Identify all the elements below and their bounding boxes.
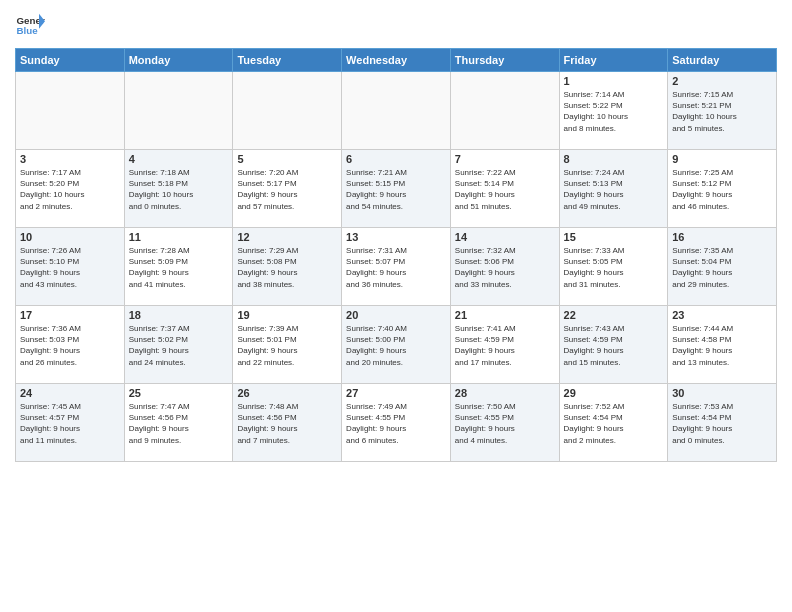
- day-info: Sunrise: 7:31 AM Sunset: 5:07 PM Dayligh…: [346, 245, 446, 290]
- day-number: 18: [129, 309, 229, 321]
- day-info: Sunrise: 7:32 AM Sunset: 5:06 PM Dayligh…: [455, 245, 555, 290]
- calendar-day: 14Sunrise: 7:32 AM Sunset: 5:06 PM Dayli…: [450, 228, 559, 306]
- weekday-header-tuesday: Tuesday: [233, 49, 342, 72]
- day-info: Sunrise: 7:26 AM Sunset: 5:10 PM Dayligh…: [20, 245, 120, 290]
- day-info: Sunrise: 7:47 AM Sunset: 4:56 PM Dayligh…: [129, 401, 229, 446]
- calendar-day: 1Sunrise: 7:14 AM Sunset: 5:22 PM Daylig…: [559, 72, 668, 150]
- day-number: 11: [129, 231, 229, 243]
- calendar-day: 19Sunrise: 7:39 AM Sunset: 5:01 PM Dayli…: [233, 306, 342, 384]
- day-info: Sunrise: 7:24 AM Sunset: 5:13 PM Dayligh…: [564, 167, 664, 212]
- calendar-day: 25Sunrise: 7:47 AM Sunset: 4:56 PM Dayli…: [124, 384, 233, 462]
- day-number: 9: [672, 153, 772, 165]
- calendar-day: 30Sunrise: 7:53 AM Sunset: 4:54 PM Dayli…: [668, 384, 777, 462]
- day-number: 2: [672, 75, 772, 87]
- calendar-day: 12Sunrise: 7:29 AM Sunset: 5:08 PM Dayli…: [233, 228, 342, 306]
- day-info: Sunrise: 7:21 AM Sunset: 5:15 PM Dayligh…: [346, 167, 446, 212]
- calendar-week-5: 24Sunrise: 7:45 AM Sunset: 4:57 PM Dayli…: [16, 384, 777, 462]
- weekday-header-thursday: Thursday: [450, 49, 559, 72]
- day-number: 6: [346, 153, 446, 165]
- calendar-day: 22Sunrise: 7:43 AM Sunset: 4:59 PM Dayli…: [559, 306, 668, 384]
- calendar-day: 29Sunrise: 7:52 AM Sunset: 4:54 PM Dayli…: [559, 384, 668, 462]
- day-number: 21: [455, 309, 555, 321]
- day-info: Sunrise: 7:53 AM Sunset: 4:54 PM Dayligh…: [672, 401, 772, 446]
- calendar-day: [233, 72, 342, 150]
- day-info: Sunrise: 7:48 AM Sunset: 4:56 PM Dayligh…: [237, 401, 337, 446]
- calendar-day: 23Sunrise: 7:44 AM Sunset: 4:58 PM Dayli…: [668, 306, 777, 384]
- day-number: 26: [237, 387, 337, 399]
- calendar-table: SundayMondayTuesdayWednesdayThursdayFrid…: [15, 48, 777, 462]
- day-number: 4: [129, 153, 229, 165]
- calendar-day: 16Sunrise: 7:35 AM Sunset: 5:04 PM Dayli…: [668, 228, 777, 306]
- calendar-day: 20Sunrise: 7:40 AM Sunset: 5:00 PM Dayli…: [342, 306, 451, 384]
- calendar-day: [342, 72, 451, 150]
- weekday-header-friday: Friday: [559, 49, 668, 72]
- day-info: Sunrise: 7:29 AM Sunset: 5:08 PM Dayligh…: [237, 245, 337, 290]
- day-info: Sunrise: 7:35 AM Sunset: 5:04 PM Dayligh…: [672, 245, 772, 290]
- day-number: 22: [564, 309, 664, 321]
- day-number: 16: [672, 231, 772, 243]
- day-info: Sunrise: 7:37 AM Sunset: 5:02 PM Dayligh…: [129, 323, 229, 368]
- day-info: Sunrise: 7:14 AM Sunset: 5:22 PM Dayligh…: [564, 89, 664, 134]
- weekday-header-saturday: Saturday: [668, 49, 777, 72]
- weekday-header-sunday: Sunday: [16, 49, 125, 72]
- calendar-day: 15Sunrise: 7:33 AM Sunset: 5:05 PM Dayli…: [559, 228, 668, 306]
- calendar-week-2: 3Sunrise: 7:17 AM Sunset: 5:20 PM Daylig…: [16, 150, 777, 228]
- calendar-day: 17Sunrise: 7:36 AM Sunset: 5:03 PM Dayli…: [16, 306, 125, 384]
- day-info: Sunrise: 7:43 AM Sunset: 4:59 PM Dayligh…: [564, 323, 664, 368]
- calendar-day: 4Sunrise: 7:18 AM Sunset: 5:18 PM Daylig…: [124, 150, 233, 228]
- calendar-day: 21Sunrise: 7:41 AM Sunset: 4:59 PM Dayli…: [450, 306, 559, 384]
- calendar-day: 11Sunrise: 7:28 AM Sunset: 5:09 PM Dayli…: [124, 228, 233, 306]
- day-number: 30: [672, 387, 772, 399]
- weekday-header-row: SundayMondayTuesdayWednesdayThursdayFrid…: [16, 49, 777, 72]
- day-info: Sunrise: 7:17 AM Sunset: 5:20 PM Dayligh…: [20, 167, 120, 212]
- calendar-day: 8Sunrise: 7:24 AM Sunset: 5:13 PM Daylig…: [559, 150, 668, 228]
- calendar-day: 24Sunrise: 7:45 AM Sunset: 4:57 PM Dayli…: [16, 384, 125, 462]
- day-number: 3: [20, 153, 120, 165]
- day-number: 28: [455, 387, 555, 399]
- day-number: 14: [455, 231, 555, 243]
- calendar-week-1: 1Sunrise: 7:14 AM Sunset: 5:22 PM Daylig…: [16, 72, 777, 150]
- day-number: 5: [237, 153, 337, 165]
- calendar-day: 10Sunrise: 7:26 AM Sunset: 5:10 PM Dayli…: [16, 228, 125, 306]
- calendar-day: 5Sunrise: 7:20 AM Sunset: 5:17 PM Daylig…: [233, 150, 342, 228]
- day-info: Sunrise: 7:33 AM Sunset: 5:05 PM Dayligh…: [564, 245, 664, 290]
- calendar-day: 2Sunrise: 7:15 AM Sunset: 5:21 PM Daylig…: [668, 72, 777, 150]
- day-info: Sunrise: 7:36 AM Sunset: 5:03 PM Dayligh…: [20, 323, 120, 368]
- calendar-day: 13Sunrise: 7:31 AM Sunset: 5:07 PM Dayli…: [342, 228, 451, 306]
- logo: General Blue: [15, 10, 45, 40]
- weekday-header-wednesday: Wednesday: [342, 49, 451, 72]
- day-info: Sunrise: 7:50 AM Sunset: 4:55 PM Dayligh…: [455, 401, 555, 446]
- page-container: General Blue SundayMondayTuesdayWednesda…: [0, 0, 792, 467]
- day-number: 7: [455, 153, 555, 165]
- calendar-day: [450, 72, 559, 150]
- day-number: 15: [564, 231, 664, 243]
- day-number: 17: [20, 309, 120, 321]
- day-info: Sunrise: 7:44 AM Sunset: 4:58 PM Dayligh…: [672, 323, 772, 368]
- day-info: Sunrise: 7:40 AM Sunset: 5:00 PM Dayligh…: [346, 323, 446, 368]
- svg-text:Blue: Blue: [17, 25, 39, 36]
- calendar-day: 18Sunrise: 7:37 AM Sunset: 5:02 PM Dayli…: [124, 306, 233, 384]
- day-info: Sunrise: 7:18 AM Sunset: 5:18 PM Dayligh…: [129, 167, 229, 212]
- day-number: 1: [564, 75, 664, 87]
- day-info: Sunrise: 7:15 AM Sunset: 5:21 PM Dayligh…: [672, 89, 772, 134]
- calendar-day: 3Sunrise: 7:17 AM Sunset: 5:20 PM Daylig…: [16, 150, 125, 228]
- day-number: 29: [564, 387, 664, 399]
- calendar-day: 9Sunrise: 7:25 AM Sunset: 5:12 PM Daylig…: [668, 150, 777, 228]
- day-info: Sunrise: 7:28 AM Sunset: 5:09 PM Dayligh…: [129, 245, 229, 290]
- day-info: Sunrise: 7:25 AM Sunset: 5:12 PM Dayligh…: [672, 167, 772, 212]
- day-number: 13: [346, 231, 446, 243]
- header: General Blue: [15, 10, 777, 40]
- calendar-day: [16, 72, 125, 150]
- day-number: 23: [672, 309, 772, 321]
- logo-icon: General Blue: [15, 10, 45, 40]
- day-number: 10: [20, 231, 120, 243]
- calendar-day: 6Sunrise: 7:21 AM Sunset: 5:15 PM Daylig…: [342, 150, 451, 228]
- calendar-week-4: 17Sunrise: 7:36 AM Sunset: 5:03 PM Dayli…: [16, 306, 777, 384]
- day-info: Sunrise: 7:39 AM Sunset: 5:01 PM Dayligh…: [237, 323, 337, 368]
- day-number: 8: [564, 153, 664, 165]
- day-number: 25: [129, 387, 229, 399]
- day-info: Sunrise: 7:20 AM Sunset: 5:17 PM Dayligh…: [237, 167, 337, 212]
- day-info: Sunrise: 7:22 AM Sunset: 5:14 PM Dayligh…: [455, 167, 555, 212]
- day-info: Sunrise: 7:52 AM Sunset: 4:54 PM Dayligh…: [564, 401, 664, 446]
- calendar-week-3: 10Sunrise: 7:26 AM Sunset: 5:10 PM Dayli…: [16, 228, 777, 306]
